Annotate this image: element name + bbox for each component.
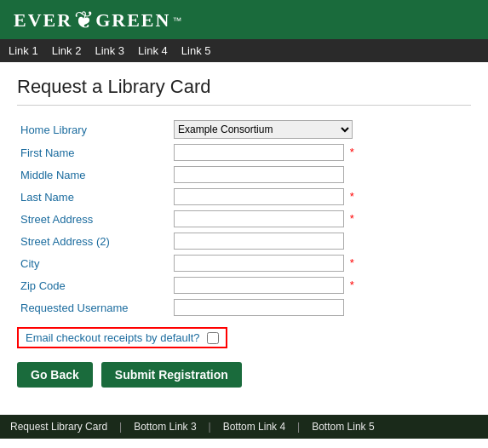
go-back-button[interactable]: Go Back xyxy=(17,362,93,388)
page-title: Request a Library Card xyxy=(17,76,471,98)
table-row: Home Library Example Consortium xyxy=(17,118,471,141)
field-label-zip-code: Zip Code xyxy=(17,274,170,296)
last-name-input[interactable] xyxy=(174,188,344,205)
field-input-cell-street-address-2 xyxy=(170,230,471,252)
required-indicator: * xyxy=(350,279,354,291)
footer-separator: | xyxy=(209,421,211,433)
submit-registration-button[interactable]: Submit Registration xyxy=(101,362,242,388)
logo-text-after: GREEN xyxy=(95,9,170,32)
required-indicator: * xyxy=(350,212,354,225)
table-row: Street Address (2) xyxy=(17,230,471,252)
field-input-cell-last-name: * xyxy=(170,186,471,208)
nav-link-4[interactable]: Link 4 xyxy=(138,44,168,57)
form-buttons: Go Back Submit Registration xyxy=(17,362,471,388)
title-divider xyxy=(17,105,471,106)
field-label-home-library: Home Library xyxy=(17,118,170,141)
field-input-cell-street-address: * xyxy=(170,208,471,230)
table-row: Last Name * xyxy=(17,186,471,208)
header: EVER ❦ GREEN ™ xyxy=(0,0,488,39)
field-input-cell-home-library: Example Consortium xyxy=(170,118,471,141)
zip-code-input[interactable] xyxy=(174,277,344,294)
field-input-cell-middle-name xyxy=(170,164,471,186)
footer: Request Library Card | Bottom Link 3 | B… xyxy=(0,415,488,439)
first-name-input[interactable] xyxy=(174,144,344,161)
home-library-select[interactable]: Example Consortium xyxy=(174,120,353,139)
street-address-input[interactable] xyxy=(174,210,344,227)
middle-name-input[interactable] xyxy=(174,166,344,183)
field-label-first-name: First Name xyxy=(17,141,170,164)
field-label-city: City xyxy=(17,252,170,274)
field-label-street-address-2: Street Address (2) xyxy=(17,230,170,252)
required-indicator: * xyxy=(350,190,354,203)
footer-link-bottom-5[interactable]: Bottom Link 5 xyxy=(312,421,374,433)
field-input-cell-city: * xyxy=(170,252,471,274)
field-label-last-name: Last Name xyxy=(17,186,170,208)
footer-link-bottom-4[interactable]: Bottom Link 4 xyxy=(223,421,285,433)
table-row: First Name * xyxy=(17,141,471,164)
nav-link-5[interactable]: Link 5 xyxy=(181,44,211,57)
field-input-cell-username xyxy=(170,296,471,319)
field-input-cell-first-name: * xyxy=(170,141,471,164)
field-label-street-address: Street Address xyxy=(17,208,170,230)
footer-separator: | xyxy=(297,421,300,433)
table-row: Street Address * xyxy=(17,208,471,230)
logo-leaf-icon: ❦ xyxy=(74,9,94,32)
nav-link-1[interactable]: Link 1 xyxy=(9,44,38,57)
footer-separator: | xyxy=(119,421,122,433)
footer-link-request-library-card[interactable]: Request Library Card xyxy=(10,421,107,433)
navbar: Link 1 Link 2 Link 3 Link 4 Link 5 xyxy=(0,39,488,62)
registration-form: Home Library Example Consortium First Na… xyxy=(17,118,471,319)
logo-trademark: ™ xyxy=(172,15,181,26)
footer-link-bottom-3[interactable]: Bottom Link 3 xyxy=(134,421,196,433)
nav-link-3[interactable]: Link 3 xyxy=(95,44,124,57)
email-checkout-wrapper: Email checkout receipts by default? xyxy=(17,327,227,348)
table-row: Requested Username xyxy=(17,296,471,319)
email-checkout-row: Email checkout receipts by default? xyxy=(17,324,471,352)
username-input[interactable] xyxy=(174,299,344,316)
main-content: Request a Library Card Home Library Exam… xyxy=(0,62,488,401)
table-row: Zip Code * xyxy=(17,274,471,296)
email-checkout-checkbox[interactable] xyxy=(207,332,219,344)
required-indicator: * xyxy=(350,256,354,269)
logo-text-before: EVER xyxy=(14,9,72,32)
table-row: City * xyxy=(17,252,471,274)
field-label-middle-name: Middle Name xyxy=(17,164,170,186)
field-input-cell-zip-code: * xyxy=(170,274,471,296)
required-indicator: * xyxy=(350,146,354,158)
street-address-2-input[interactable] xyxy=(174,233,344,250)
email-checkout-label: Email checkout receipts by default? xyxy=(26,331,200,344)
nav-link-2[interactable]: Link 2 xyxy=(52,44,82,57)
city-input[interactable] xyxy=(174,255,344,272)
field-label-username: Requested Username xyxy=(17,296,170,319)
logo: EVER ❦ GREEN ™ xyxy=(14,9,181,32)
table-row: Middle Name xyxy=(17,164,471,186)
